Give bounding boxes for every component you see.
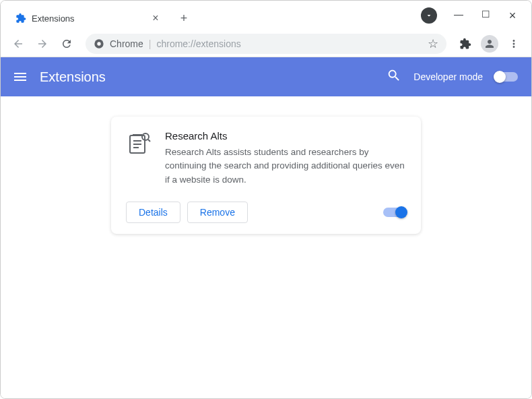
search-icon[interactable]: [387, 68, 401, 86]
browser-tab[interactable]: Extensions ×: [7, 6, 169, 30]
extensions-toolbar-icon[interactable]: [456, 34, 475, 53]
minimize-button[interactable]: —: [453, 9, 464, 23]
reload-button[interactable]: [57, 34, 76, 53]
window-titlebar: Extensions × + — ☐ ×: [1, 1, 531, 30]
extensions-content: Research Alts Research Alts assists stud…: [1, 96, 531, 398]
back-button[interactable]: [9, 34, 28, 53]
tab-search-button[interactable]: [421, 7, 437, 24]
extension-name: Research Alts: [165, 130, 406, 142]
profile-button[interactable]: [480, 34, 499, 53]
avatar-icon: [481, 35, 498, 53]
page-title: Extensions: [40, 69, 106, 85]
puzzle-icon: [15, 13, 26, 24]
developer-mode-toggle[interactable]: [495, 72, 518, 82]
svg-point-1: [97, 42, 100, 45]
browser-toolbar: Chrome | chrome://extensions ☆: [1, 30, 531, 57]
address-bar[interactable]: Chrome | chrome://extensions ☆: [86, 34, 446, 54]
tab-title: Extensions: [32, 13, 75, 24]
close-tab-icon[interactable]: ×: [150, 12, 161, 24]
window-controls: — ☐ ×: [445, 1, 531, 23]
extensions-header: Extensions Developer mode: [1, 57, 531, 96]
tab-strip: Extensions × +: [1, 1, 421, 30]
bookmark-star-icon[interactable]: ☆: [428, 36, 438, 51]
extension-app-icon: [126, 130, 153, 157]
url-path: chrome://extensions: [156, 38, 240, 49]
developer-mode-label: Developer mode: [413, 71, 483, 82]
svg-line-7: [148, 140, 150, 142]
extension-card: Research Alts Research Alts assists stud…: [111, 117, 421, 234]
chrome-icon: [94, 38, 104, 49]
menu-button[interactable]: [504, 34, 523, 53]
hamburger-menu-icon[interactable]: [14, 73, 26, 81]
details-button[interactable]: Details: [126, 202, 180, 223]
remove-button[interactable]: Remove: [187, 202, 248, 223]
url-separator: |: [149, 38, 152, 49]
forward-button[interactable]: [33, 34, 52, 53]
new-tab-button[interactable]: +: [174, 9, 193, 28]
extension-enable-toggle[interactable]: [383, 208, 406, 217]
maximize-button[interactable]: ☐: [480, 9, 491, 23]
extension-description: Research Alts assists students and resea…: [165, 146, 406, 187]
url-scheme-label: Chrome: [110, 38, 143, 49]
close-button[interactable]: ×: [507, 9, 518, 23]
